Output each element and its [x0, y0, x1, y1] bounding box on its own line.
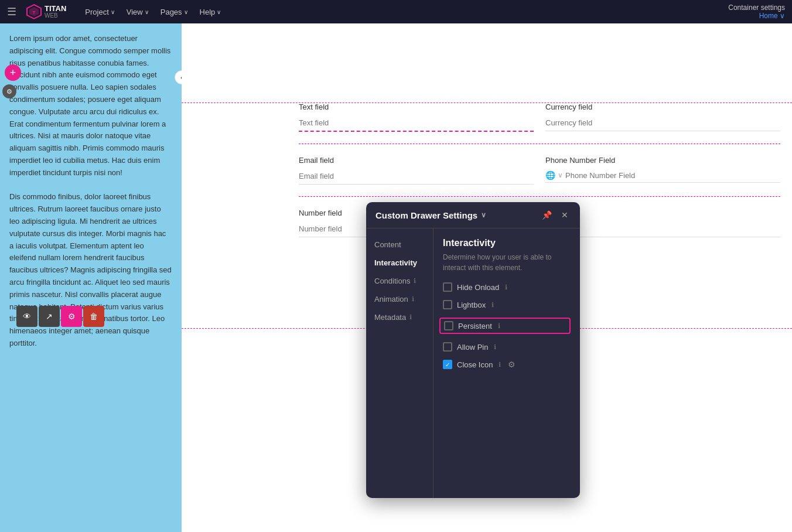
- sidebar-item-metadata[interactable]: Metadata ℹ: [366, 308, 433, 326]
- currency-field-col: Currency field: [545, 103, 780, 132]
- close-icon-check-mark: ✓: [445, 362, 450, 368]
- custom-drawer-modal[interactable]: Custom Drawer Settings ∨ 📌 ✕ Content: [366, 202, 580, 498]
- modal-title-text: Custom Drawer Settings: [375, 210, 477, 220]
- nav-right: Container settings Home ∨: [728, 4, 785, 20]
- modal-pin-button[interactable]: 📌: [540, 209, 554, 221]
- phone-dropdown-arrow[interactable]: ∨: [558, 171, 563, 179]
- svg-text:T: T: [33, 10, 36, 15]
- modal-body: Content Interactivity Conditions ℹ Anima…: [366, 229, 580, 498]
- conditions-label: Conditions: [374, 277, 410, 285]
- main-canvas: Text field Currency field Email field Ph…: [182, 23, 792, 532]
- close-icon-row: ✓ Close Icon ℹ ⚙: [443, 360, 571, 369]
- phone-field-label: Phone Number Field: [545, 156, 780, 165]
- close-icon-info-icon: ℹ: [499, 361, 501, 369]
- project-chevron-icon: ∨: [111, 9, 115, 15]
- persistent-info-icon: ℹ: [498, 322, 500, 330]
- text-field-col: Text field: [299, 103, 534, 132]
- allow-pin-row: Allow Pin ℹ: [443, 342, 571, 352]
- main-layout: + ⚙ Lorem ipsum odor amet, consectetuer …: [0, 23, 792, 532]
- close-icon-label: Close Icon: [457, 360, 493, 369]
- metadata-label: Metadata: [374, 313, 406, 322]
- hamburger-icon[interactable]: ☰: [7, 5, 16, 18]
- settings-button[interactable]: ⚙: [61, 306, 82, 327]
- form-row-1: Text field Currency field: [299, 103, 780, 144]
- pages-chevron-icon: ∨: [184, 9, 188, 15]
- nav-project[interactable]: Project ∨: [80, 5, 119, 19]
- phone-field-col: Phone Number Field 🌐 ∨: [545, 156, 780, 185]
- url-field-col: Url field: [545, 209, 780, 237]
- conditions-info-icon: ℹ: [414, 277, 416, 285]
- modal-close-button[interactable]: ✕: [559, 209, 571, 221]
- visibility-button[interactable]: 👁: [16, 306, 37, 327]
- allow-pin-info-icon: ℹ: [494, 343, 496, 351]
- sidebar-item-conditions[interactable]: Conditions ℹ: [366, 272, 433, 290]
- element-settings-gear-icon[interactable]: ⚙: [2, 84, 16, 98]
- allow-pin-checkbox[interactable]: [443, 342, 452, 352]
- left-panel: + ⚙ Lorem ipsum odor amet, consectetuer …: [0, 23, 182, 532]
- logo: T TITAN WEB: [26, 4, 66, 20]
- email-field-label: Email field: [299, 156, 534, 165]
- sidebar-item-interactivity[interactable]: Interactivity: [366, 254, 433, 272]
- phone-globe-icon: 🌐: [545, 170, 555, 180]
- form-row-2: Email field Phone Number Field 🌐 ∨: [299, 156, 780, 197]
- phone-field-input[interactable]: [565, 171, 780, 180]
- view-chevron-icon: ∨: [145, 9, 149, 15]
- interactivity-label: Interactivity: [374, 258, 417, 267]
- modal-title-chevron-icon[interactable]: ∨: [481, 211, 486, 219]
- modal-header: Custom Drawer Settings ∨ 📌 ✕: [366, 202, 580, 229]
- nav-menu: Project ∨ View ∨ Pages ∨ Help ∨: [80, 5, 226, 19]
- text-field-input[interactable]: [299, 115, 534, 132]
- email-field-input[interactable]: [299, 168, 534, 185]
- url-field-input[interactable]: [545, 221, 780, 237]
- section-title: Interactivity: [443, 238, 571, 248]
- hide-onload-info-icon: ℹ: [505, 284, 507, 291]
- hide-onload-label: Hide Onload: [457, 283, 499, 292]
- logo-sub: WEB: [45, 12, 66, 19]
- url-field-label: Url field: [545, 209, 780, 217]
- link-button[interactable]: ↗: [39, 306, 60, 327]
- logo-text-group: TITAN WEB: [45, 5, 66, 19]
- metadata-info-icon: ℹ: [409, 313, 412, 321]
- home-link[interactable]: Home ∨: [728, 12, 785, 20]
- element-toolbar: 👁 ↗ ⚙ 🗑: [16, 306, 104, 327]
- hide-onload-row: Hide Onload ℹ: [443, 282, 571, 292]
- currency-field-input[interactable]: [545, 115, 780, 131]
- hide-onload-checkbox[interactable]: [443, 282, 452, 292]
- add-element-button[interactable]: +: [5, 64, 21, 81]
- lightbox-checkbox[interactable]: [443, 300, 452, 309]
- nav-pages[interactable]: Pages ∨: [156, 5, 193, 19]
- text-field-label: Text field: [299, 103, 534, 111]
- modal-title: Custom Drawer Settings ∨: [375, 210, 486, 220]
- modal-sidebar: Content Interactivity Conditions ℹ Anima…: [366, 229, 433, 498]
- persistent-row: Persistent ℹ: [439, 318, 571, 334]
- section-desc: Determine how your user is able to inter…: [443, 252, 571, 273]
- container-settings-label: Container settings: [728, 4, 785, 12]
- lightbox-label: Lightbox: [457, 301, 486, 309]
- lightbox-info-icon: ℹ: [491, 301, 494, 309]
- nav-view[interactable]: View ∨: [122, 5, 153, 19]
- close-icon-gear-icon[interactable]: ⚙: [508, 360, 516, 369]
- titan-logo-icon: T: [26, 4, 42, 20]
- phone-field-wrapper: 🌐 ∨: [545, 168, 780, 183]
- sidebar-item-content[interactable]: Content: [366, 236, 433, 254]
- help-chevron-icon: ∨: [217, 9, 221, 15]
- logo-name: TITAN: [45, 5, 66, 12]
- email-field-col: Email field: [299, 156, 534, 185]
- content-label: Content: [374, 240, 401, 249]
- sidebar-item-animation[interactable]: Animation ℹ: [366, 290, 433, 308]
- modal-actions: 📌 ✕: [540, 209, 571, 221]
- nav-help[interactable]: Help ∨: [195, 5, 226, 19]
- lightbox-row: Lightbox ℹ: [443, 300, 571, 309]
- left-panel-text: Lorem ipsum odor amet, consectetuer adip…: [0, 23, 182, 532]
- delete-button[interactable]: 🗑: [83, 306, 104, 327]
- topnav: ☰ T TITAN WEB Project ∨ View ∨ Pages ∨ H…: [0, 0, 792, 23]
- close-icon-checkbox[interactable]: ✓: [443, 360, 452, 369]
- persistent-checkbox[interactable]: [444, 321, 453, 330]
- animation-info-icon: ℹ: [412, 295, 414, 303]
- allow-pin-label: Allow Pin: [457, 343, 488, 352]
- currency-field-label: Currency field: [545, 103, 780, 111]
- animation-label: Animation: [374, 295, 408, 303]
- persistent-label: Persistent: [458, 322, 492, 330]
- modal-main: Interactivity Determine how your user is…: [433, 229, 580, 498]
